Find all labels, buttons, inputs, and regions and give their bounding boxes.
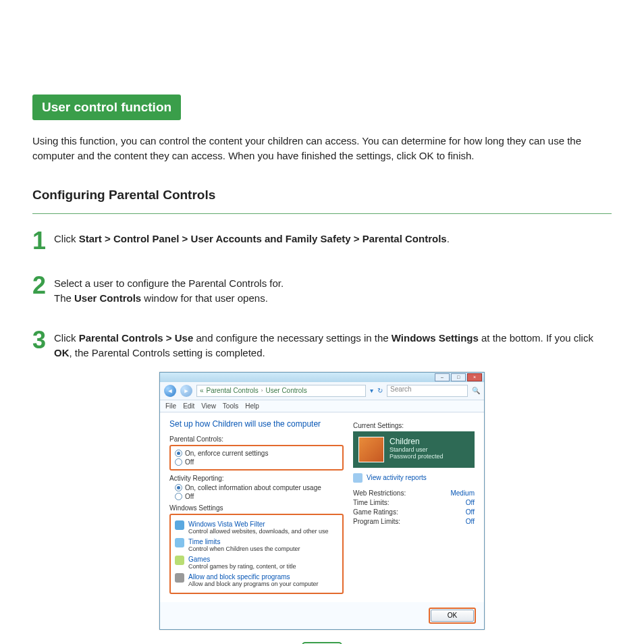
step-text: Click Start > Control Panel > User Accou…: [54, 230, 450, 247]
back-button[interactable]: ◄: [164, 385, 176, 397]
link-label: View activity reports: [367, 474, 427, 481]
divider-line: [32, 213, 612, 214]
bold-fragment: User Controls: [74, 292, 141, 304]
menu-item-file[interactable]: File: [165, 402, 176, 410]
ws-web-filter[interactable]: Windows Vista Web FilterControl allowed …: [175, 520, 338, 535]
radio-icon: [175, 458, 182, 466]
games-icon: [175, 556, 184, 565]
radio-activity-on[interactable]: On, collect information about computer u…: [169, 484, 344, 491]
programs-icon: [175, 573, 184, 583]
setting-value: Off: [466, 518, 475, 525]
search-icon[interactable]: 🔍: [472, 387, 480, 394]
highlight-parental-controls: On, enforce current settings Off: [169, 445, 344, 471]
ws-desc: Control games by rating, content, or tit…: [188, 563, 296, 570]
step-3: 3 Click Parental Controls > Use and conf…: [32, 329, 612, 361]
panel-heading: Set up how Children will use the compute…: [169, 419, 344, 429]
ws-link: Allow and block specific programs: [188, 573, 319, 581]
radio-activity-off[interactable]: Off: [169, 493, 344, 500]
minimize-button[interactable]: –: [435, 373, 450, 381]
ws-link: Games: [188, 556, 296, 563]
setting-program-limits: Program Limits:Off: [353, 518, 475, 525]
bold-path: Start > Control Panel > User Accounts an…: [79, 233, 447, 244]
radio-label: Off: [185, 493, 194, 500]
setting-value: Off: [466, 508, 475, 516]
maximize-button[interactable]: □: [451, 373, 466, 381]
manual-page: User control function Using this functio…: [0, 0, 644, 644]
menu-item-edit[interactable]: Edit: [183, 402, 194, 410]
highlight-windows-settings: Windows Vista Web FilterControl allowed …: [169, 514, 344, 594]
text-fragment: The: [54, 292, 74, 304]
highlight-ok-button: OK: [429, 608, 476, 624]
radio-icon: [175, 493, 182, 500]
setting-key: Program Limits:: [353, 518, 400, 525]
ws-link: Windows Vista Web Filter: [188, 520, 329, 528]
text-fragment: .: [447, 233, 450, 244]
radio-label: On, enforce current settings: [185, 450, 268, 457]
chevron-right-icon: ›: [261, 387, 263, 394]
radio-label: On, collect information about computer u…: [185, 484, 321, 491]
breadcrumb-prefix: «: [200, 387, 204, 394]
menu-bar: File Edit View Tools Help: [160, 400, 484, 412]
step-2: 2 Select a user to configure the Parenta…: [32, 275, 612, 306]
group-label: Activity Reporting:: [169, 475, 344, 482]
text-fragment: , the Parental Controls setting is compl…: [70, 347, 265, 358]
step-text: Select a user to configure the Parental …: [54, 275, 284, 306]
radio-off[interactable]: Off: [175, 458, 338, 466]
search-input[interactable]: Search: [387, 385, 468, 397]
setting-value: Off: [466, 499, 475, 506]
refresh-icon[interactable]: ↻: [377, 387, 383, 394]
step-1: 1 Click Start > Control Panel > User Acc…: [32, 230, 612, 252]
group-label: Windows Settings: [169, 504, 344, 512]
user-name: Children: [390, 437, 444, 446]
text-line: Select a user to configure the Parental …: [54, 276, 284, 292]
left-column: Set up how Children will use the compute…: [169, 419, 344, 594]
user-role: Standard user: [390, 446, 444, 453]
forward-button[interactable]: ►: [180, 385, 192, 397]
radio-on-enforce[interactable]: On, enforce current settings: [175, 450, 338, 457]
setting-key: Game Ratings:: [353, 508, 398, 516]
close-button[interactable]: ×: [467, 373, 482, 381]
setting-time-limits: Time Limits:Off: [353, 499, 475, 506]
window-body: Set up how Children will use the compute…: [160, 412, 484, 602]
setting-value: Medium: [450, 489, 475, 497]
bold-fragment: OK: [54, 347, 70, 358]
breadcrumb-segment: Parental Controls: [207, 387, 259, 394]
step-number: 1: [32, 230, 47, 252]
radio-label: Off: [185, 458, 194, 466]
view-activity-reports-link[interactable]: View activity reports: [353, 473, 475, 483]
user-password: Password protected: [390, 453, 444, 460]
menu-item-view[interactable]: View: [201, 402, 216, 410]
menu-item-tools[interactable]: Tools: [223, 402, 238, 410]
setting-web-restrictions: Web Restrictions:Medium: [353, 489, 475, 497]
step-number: 3: [32, 329, 47, 351]
sub-heading: Configuring Parental Controls: [32, 188, 612, 203]
group-label: Parental Controls:: [169, 435, 344, 443]
radio-icon: [175, 484, 182, 491]
section-title: User control function: [32, 95, 181, 120]
bold-fragment: Parental Controls > Use: [79, 332, 194, 344]
clock-icon: [175, 538, 184, 547]
window: – □ × ◄ ► « Parental Controls › User Con…: [159, 372, 485, 630]
step-number: 2: [32, 275, 47, 296]
ws-time-limits[interactable]: Time limitsControl when Children uses th…: [175, 538, 338, 552]
window-titlebar: – □ ×: [160, 373, 484, 382]
text-line: The User Controls window for that user o…: [54, 291, 284, 306]
menu-item-help[interactable]: Help: [245, 402, 259, 410]
step-text: Click Parental Controls > Use and config…: [54, 329, 612, 361]
reports-icon: [353, 473, 363, 483]
ws-games[interactable]: GamesControl games by rating, content, o…: [175, 556, 338, 570]
setting-key: Time Limits:: [353, 499, 390, 506]
breadcrumb[interactable]: « Parental Controls › User Controls: [196, 385, 366, 397]
window-footer: OK: [160, 602, 484, 629]
refresh-icon[interactable]: ▾: [370, 387, 373, 394]
nav-bar: ◄ ► « Parental Controls › User Controls …: [160, 382, 484, 400]
setting-game-ratings: Game Ratings:Off: [353, 508, 475, 516]
bold-fragment: Windows Settings: [392, 332, 479, 344]
ws-link: Time limits: [188, 538, 300, 545]
globe-icon: [175, 520, 184, 530]
avatar: [358, 437, 384, 462]
ok-button[interactable]: OK: [431, 610, 474, 622]
right-column: Current Settings: Children Standard user…: [353, 419, 475, 594]
text-fragment: Click: [54, 332, 79, 344]
ws-programs[interactable]: Allow and block specific programsAllow a…: [175, 573, 338, 587]
